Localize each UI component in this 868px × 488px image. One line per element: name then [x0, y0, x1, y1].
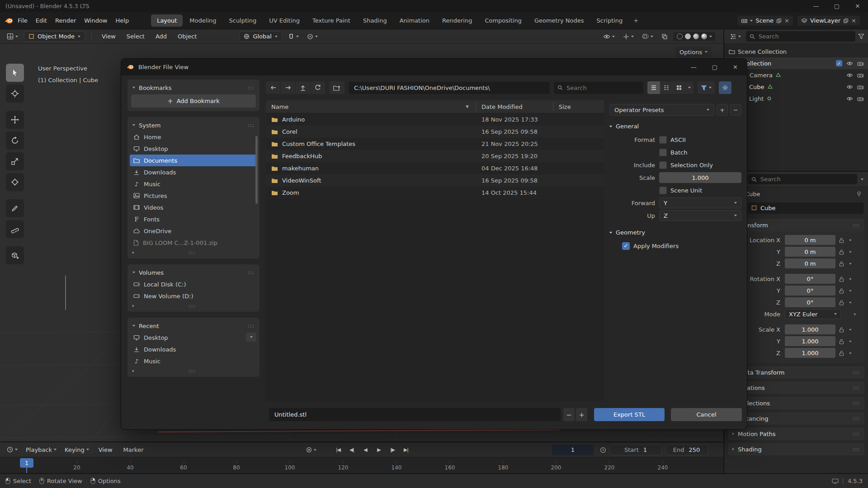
menu-add[interactable]: Add — [152, 31, 170, 42]
location-z-field[interactable]: 0 m — [785, 258, 835, 268]
dialog-minimize-button[interactable]: — — [691, 64, 697, 70]
operator-presets-dropdown[interactable]: Operator Presets — [609, 104, 714, 116]
blender-logo-icon[interactable] — [5, 16, 14, 25]
recent-options-button[interactable] — [246, 333, 256, 342]
lock-icon[interactable] — [839, 300, 844, 305]
transform-panel-header[interactable]: Transform — [728, 219, 864, 231]
menu-object[interactable]: Object — [174, 31, 200, 42]
lock-icon[interactable] — [839, 261, 844, 267]
volumes-header[interactable]: Volumes — [130, 267, 257, 278]
lock-icon[interactable] — [839, 276, 844, 282]
editor-type-button[interactable] — [5, 32, 20, 41]
timeline-marker-menu[interactable]: Marker — [120, 445, 147, 455]
recent-header[interactable]: Recent — [130, 320, 257, 332]
refresh-button[interactable] — [311, 81, 325, 94]
settings-button[interactable] — [719, 81, 731, 94]
workspace-tab-rendering[interactable]: Rendering — [436, 14, 478, 27]
collections-panel[interactable]: Collections — [728, 397, 864, 409]
path-field[interactable] — [349, 82, 550, 94]
solid-shading-icon[interactable] — [685, 33, 691, 39]
keying-menu[interactable]: Keying — [62, 445, 91, 455]
recent-item-desktop[interactable]: Desktop — [130, 332, 257, 343]
panel-grip[interactable] — [853, 371, 860, 374]
file-row[interactable]: FeedbackHub 20 Sep 2025 19:20 — [266, 150, 604, 162]
dialog-search-input[interactable] — [566, 84, 640, 92]
section-grip[interactable] — [247, 124, 255, 127]
playback-menu[interactable]: Playback — [24, 445, 59, 455]
animate-dot[interactable]: • — [849, 350, 852, 357]
cursor-tool[interactable] — [6, 84, 24, 103]
scale-y-field[interactable]: 1.000 — [785, 336, 835, 346]
system-item-home[interactable]: Home — [130, 131, 257, 143]
timeline-editor-type-button[interactable] — [5, 445, 20, 454]
parent-directory-button[interactable] — [296, 81, 311, 94]
collection-checkbox[interactable]: ✓ — [836, 60, 842, 66]
cancel-button[interactable]: Cancel — [671, 408, 742, 421]
menu-view[interactable]: View — [98, 31, 119, 42]
rotation-mode-dropdown[interactable]: XYZ Euler — [785, 309, 841, 319]
file-row[interactable]: Corel 16 Sep 2025 09:58 — [266, 126, 604, 138]
add-preset-button[interactable]: + — [717, 104, 728, 116]
back-button[interactable] — [266, 81, 281, 94]
motion-paths-panel[interactable]: Motion Paths — [728, 427, 864, 440]
expand-more-icon[interactable] — [132, 251, 134, 254]
column-date-modified[interactable]: Date Modified — [476, 100, 553, 113]
dialog-titlebar[interactable]: Blender File View — ▢ ✕ — [121, 59, 747, 75]
volume-item-d[interactable]: New Volume (D:) — [130, 290, 257, 302]
expand-more-icon[interactable] — [132, 305, 134, 307]
chevron-down-icon[interactable] — [861, 178, 863, 180]
vertical-list-display-button[interactable] — [647, 81, 660, 94]
workspace-tab-shading[interactable]: Shading — [357, 14, 393, 27]
system-item-videos[interactable]: Videos — [130, 202, 257, 213]
ascii-checkbox[interactable] — [659, 136, 667, 144]
workspace-tab-animation[interactable]: Animation — [394, 14, 435, 27]
jump-to-start-button[interactable]: |◀ — [332, 445, 344, 455]
system-item-music[interactable]: ♪ Music — [130, 178, 257, 190]
column-name[interactable]: Name ▼ — [266, 100, 476, 113]
animate-dot[interactable]: • — [849, 338, 852, 345]
system-item-desktop[interactable]: Desktop — [130, 143, 257, 155]
recent-item-downloads[interactable]: Downloads — [130, 343, 257, 355]
display-size-chevron[interactable] — [688, 87, 691, 89]
auto-keying-button[interactable] — [304, 446, 319, 454]
scene-selector[interactable]: Scene × — [737, 16, 793, 25]
current-frame-field[interactable]: 1 — [552, 445, 594, 455]
panel-grip[interactable] — [853, 448, 860, 451]
window-maximize-button[interactable]: ▢ — [826, 0, 847, 12]
measure-tool[interactable] — [6, 220, 24, 238]
wireframe-shading-icon[interactable] — [677, 33, 683, 39]
animate-dot[interactable]: • — [853, 311, 857, 318]
export-stl-button[interactable]: Export STL — [594, 408, 665, 421]
instancing-panel[interactable]: Instancing — [728, 412, 864, 425]
workspace-tab-compositing[interactable]: Compositing — [479, 14, 528, 27]
xray-toggle-button[interactable] — [659, 32, 670, 41]
object-name-field[interactable]: Cube — [748, 202, 863, 214]
workspace-tab-modeling[interactable]: Modeling — [184, 14, 222, 27]
dialog-maximize-button[interactable]: ▢ — [712, 64, 717, 70]
horizontal-list-display-button[interactable] — [660, 81, 673, 94]
hide-eye-icon[interactable] — [846, 96, 853, 101]
lock-icon[interactable] — [839, 338, 844, 344]
next-keyframe-button[interactable]: |▶ — [387, 445, 398, 455]
properties-search-input[interactable] — [760, 175, 854, 183]
menu-select[interactable]: Select — [123, 31, 148, 42]
file-row[interactable]: makehuman 04 Dec 2025 16:48 — [266, 162, 604, 174]
add-cube-tool[interactable] — [6, 246, 24, 264]
section-grip[interactable] — [247, 324, 255, 328]
render-visibility-icon[interactable] — [857, 73, 863, 78]
play-reverse-button[interactable]: ◀ — [359, 445, 371, 455]
lock-icon[interactable] — [839, 237, 844, 243]
object-visibility-button[interactable] — [601, 33, 617, 41]
file-row[interactable]: VideoWinSoft 16 Sep 2025 09:58 — [266, 174, 604, 187]
annotate-tool[interactable] — [6, 199, 24, 217]
move-tool[interactable] — [6, 111, 24, 129]
lock-icon[interactable] — [839, 249, 844, 255]
hide-eye-icon[interactable] — [846, 73, 853, 78]
mode-dropdown[interactable]: Object Mode — [24, 31, 85, 42]
transform-tool[interactable] — [6, 173, 24, 191]
lock-icon[interactable] — [839, 288, 844, 294]
panel-grip[interactable] — [853, 224, 860, 227]
scale-z-field[interactable]: 1.000 — [785, 348, 835, 358]
render-visibility-icon[interactable] — [857, 84, 863, 89]
scale-tool[interactable] — [6, 152, 24, 170]
